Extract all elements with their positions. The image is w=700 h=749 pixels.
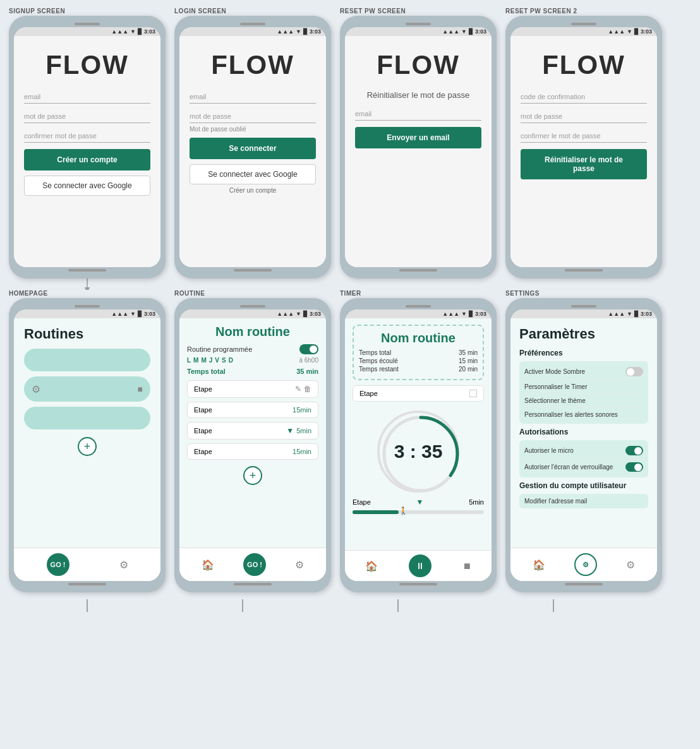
settings-email[interactable]: Modifier l'adresse mail	[519, 494, 648, 508]
reset-pw2-password-input[interactable]	[521, 110, 647, 123]
settings-nav-icon[interactable]: ⚙	[119, 559, 128, 571]
reset-pw-email-input[interactable]	[355, 107, 481, 121]
row1-labels-bar: SIGNUP SCREEN LOGIN SCREEN RESET PW SCRE…	[9, 8, 691, 15]
etape-1-name: Etape	[194, 406, 212, 414]
timer-etape-name: Etape	[359, 390, 378, 397]
routine-go-btn[interactable]: GO !	[243, 553, 266, 576]
settings-lock-screen[interactable]: Autoriser l'écran de verrouillage	[524, 459, 643, 475]
timer-stop-icon[interactable]: ⏹	[462, 561, 471, 571]
signup-password-input[interactable]	[24, 110, 150, 123]
settings-title: Paramètres	[519, 326, 648, 342]
signal-icon: ▲▲▲	[277, 28, 294, 35]
add-etape-btn[interactable]: +	[243, 466, 262, 485]
routine-time-label: à 6h00	[299, 357, 318, 365]
login-logo: FLOW	[211, 50, 294, 80]
timer-inner: ▲▲▲ ▼ ▉ 3:03 Nom routine Temps total 35 …	[345, 309, 492, 581]
settings-gear-nav-btn[interactable]: ⚙	[574, 553, 597, 576]
login-email-input[interactable]	[190, 90, 316, 104]
timer-pause-btn[interactable]: ⏸	[409, 554, 431, 577]
timer-time: 3:03	[475, 311, 486, 317]
add-routine-btn[interactable]: +	[78, 437, 97, 456]
delete-icon[interactable]: 🗑	[304, 385, 311, 393]
wifi-icon: ▼	[461, 311, 467, 317]
wifi-icon: ▼	[461, 28, 467, 35]
wifi-icon: ▼	[627, 311, 632, 317]
routine-etape-3[interactable]: Etape 15min	[187, 443, 318, 460]
reset-pw-title: Réinitialiser le mot de passe	[367, 90, 470, 100]
routine-card-gear-icon: ⚙	[32, 383, 40, 395]
signup-email-input[interactable]	[24, 90, 150, 104]
routine-days-row: L M M J V S D	[187, 357, 233, 364]
login-password-input[interactable]	[190, 110, 316, 123]
routine-etape-2[interactable]: Etape ▼ 5min	[187, 422, 318, 440]
routine-card-2[interactable]: ⚙ ■	[24, 376, 150, 402]
settings-theme[interactable]: Sélectionner le thème	[524, 394, 643, 408]
signup-content: FLOW Créer un compte Se connecter avec G…	[14, 36, 160, 267]
reset-pw2-notch	[571, 23, 596, 25]
homepage-time: 3:03	[144, 311, 155, 317]
settings-timer[interactable]: Personnaliser le Timer	[524, 380, 643, 394]
wifi-icon: ▼	[130, 28, 136, 35]
timer-total-value: 35 min	[459, 349, 478, 356]
reset-pw2-confirm-input[interactable]	[521, 129, 647, 143]
signup-google-btn[interactable]: Se connecter avec Google	[24, 176, 150, 196]
day-M1: M	[193, 357, 198, 364]
go-btn[interactable]: GO !	[47, 553, 69, 576]
signal-icon: ▲▲▲	[111, 28, 128, 35]
routine-etape-1[interactable]: Etape 15min	[187, 402, 318, 418]
settings-home-icon[interactable]: 🏠	[533, 559, 545, 571]
battery-icon: ▉	[138, 28, 142, 35]
routine-home-icon[interactable]: 🏠	[202, 559, 214, 571]
routine-settings-icon[interactable]: ⚙	[295, 559, 304, 571]
routine-notch	[240, 305, 265, 308]
signup-home-bar	[68, 269, 106, 272]
timer-elapsed-label: Temps écoulé	[359, 357, 398, 364]
routine-inner: ▲▲▲ ▼ ▉ 3:03 Nom routine Routine program…	[179, 309, 326, 581]
reset-pw2-btn[interactable]: Réinitialiser le mot de passe	[521, 149, 647, 179]
login-btn[interactable]: Se connecter	[190, 138, 316, 159]
forgot-password-link[interactable]: Mot de passe oublié	[190, 126, 246, 133]
routine-card-3[interactable]	[24, 407, 150, 429]
battery-icon: ▉	[634, 311, 639, 317]
reset-pw-send-btn[interactable]: Envoyer un email	[355, 127, 481, 148]
login-google-btn[interactable]: Se connecter avec Google	[190, 164, 316, 184]
routines-title: Routines	[24, 326, 83, 342]
reset-pw2-code-input[interactable]	[521, 90, 647, 104]
edit-icon[interactable]: ✎	[295, 385, 301, 393]
homepage-status-bar: ▲▲▲ ▼ ▉ 3:03	[14, 309, 160, 318]
settings-alerts[interactable]: Personnaliser les alertes sonores	[524, 408, 643, 421]
timer-home-icon[interactable]: 🏠	[365, 560, 378, 572]
signup-create-btn[interactable]: Créer un compte	[24, 149, 150, 171]
signup-time: 3:03	[144, 28, 155, 35]
signup-confirm-password-input[interactable]	[24, 129, 150, 143]
routine-toggle[interactable]	[299, 344, 318, 354]
login-notch	[240, 23, 265, 25]
signal-icon: ▲▲▲	[277, 311, 294, 317]
reset-pw-notch	[406, 23, 431, 25]
create-account-link[interactable]: Créer un compte	[229, 187, 276, 194]
theme-label: Sélectionner le thème	[524, 397, 586, 404]
homepage-nav-bar: GO ! ⚙	[14, 548, 160, 581]
settings-dark-mode[interactable]: Activer Mode Sombre	[524, 364, 643, 380]
settings-other-icon[interactable]: ⚙	[626, 559, 635, 571]
reset-pw2-logo: FLOW	[542, 50, 625, 80]
micro-toggle[interactable]	[625, 446, 643, 455]
label-settings: SETTINGS	[505, 290, 662, 297]
login-status-bar: ▲▲▲ ▼ ▉ 3:03	[179, 27, 326, 36]
battery-icon: ▉	[469, 28, 473, 35]
lock-screen-toggle[interactable]	[625, 462, 643, 472]
routine-card-1[interactable]	[24, 349, 150, 371]
autorisations-title: Autorisations	[519, 428, 648, 436]
reset-pw2-status-bar: ▲▲▲ ▼ ▉ 3:03	[510, 27, 657, 36]
day-L: L	[187, 357, 191, 364]
timer-etape-checkbox[interactable]	[469, 390, 477, 397]
alerts-label: Personnaliser les alertes sonores	[524, 411, 618, 418]
row-spacer	[9, 279, 691, 290]
settings-micro[interactable]: Autoriser le micro	[524, 443, 643, 459]
routine-etape-0[interactable]: Etape ✎ 🗑	[187, 380, 318, 398]
arrow-connectors-row1	[9, 279, 691, 290]
dark-mode-toggle[interactable]	[625, 367, 643, 376]
routine-content: Nom routine Routine programmée L M M J V…	[179, 318, 326, 548]
signup-logo: FLOW	[45, 50, 129, 80]
day-V: V	[215, 357, 219, 364]
